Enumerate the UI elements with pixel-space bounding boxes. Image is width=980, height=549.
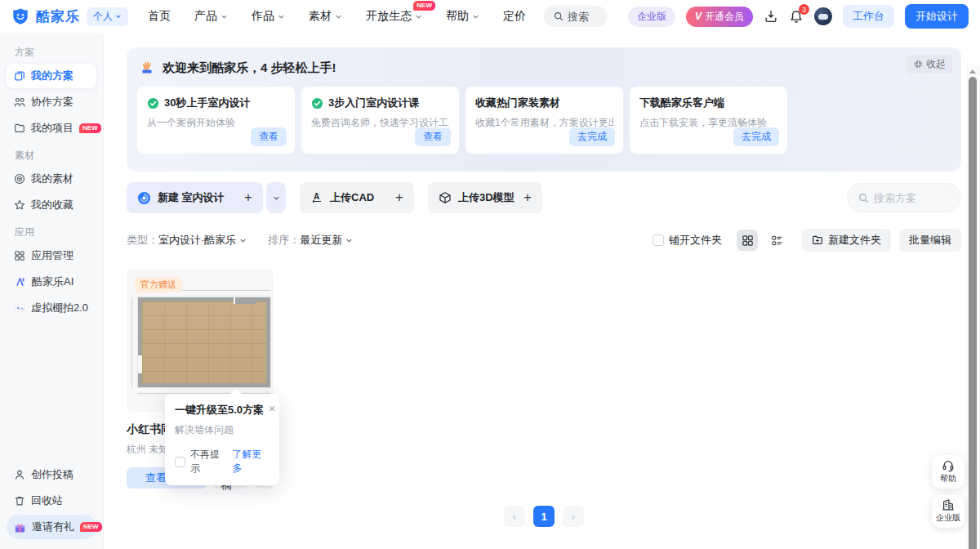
onboarding-card-4: 下载酷家乐客户端 点击下载安装，享更流畅体验 去完成 bbox=[630, 87, 787, 154]
type-filter-dropdown[interactable]: 室内设计·酷家乐 bbox=[158, 233, 247, 248]
help-floating-button[interactable]: 帮助 bbox=[932, 455, 964, 489]
notification-count-badge: 3 bbox=[799, 4, 809, 15]
studio-camera-icon bbox=[14, 302, 25, 314]
check-circle-icon bbox=[147, 97, 159, 109]
close-icon[interactable]: × bbox=[269, 403, 275, 414]
apps-grid-icon bbox=[14, 250, 25, 261]
next-page-button[interactable]: › bbox=[563, 506, 584, 527]
upload-3d-model-button[interactable]: 上传3D模型 + bbox=[428, 182, 542, 213]
headset-icon bbox=[942, 459, 955, 472]
collapse-banner-button[interactable]: 收起 bbox=[907, 55, 952, 74]
learn-more-link[interactable]: 了解更多 bbox=[233, 448, 270, 475]
sidebar-item-invite-gift[interactable]: 邀请有礼 NEW bbox=[7, 515, 96, 539]
plans-grid: 官方赠送 小红书同款 杭州 未知小区 查看详情 bbox=[127, 269, 961, 480]
current-page-button[interactable]: 1 bbox=[533, 506, 555, 527]
gift-icon bbox=[14, 521, 26, 533]
nav-item-pricing[interactable]: 定价 bbox=[503, 9, 526, 24]
enterprise-edition-button[interactable]: 企业版 bbox=[628, 7, 675, 27]
kujiale-logo-icon[interactable] bbox=[11, 7, 29, 25]
new-design-dropdown-button[interactable] bbox=[266, 182, 286, 213]
download-client-button[interactable] bbox=[764, 9, 778, 24]
plus-icon: + bbox=[523, 190, 532, 206]
chevron-down-icon bbox=[239, 237, 247, 244]
global-search[interactable] bbox=[544, 6, 607, 27]
notifications-button[interactable]: 3 bbox=[789, 9, 804, 24]
upload-cad-button[interactable]: A 上传CAD + bbox=[300, 182, 414, 213]
sort-filter-dropdown[interactable]: 最近更新 bbox=[300, 233, 353, 248]
open-membership-button[interactable]: V 开通会员 bbox=[686, 7, 753, 27]
vertical-scrollbar[interactable] bbox=[966, 65, 980, 549]
logo-text[interactable]: 酷家乐 bbox=[36, 7, 80, 26]
nav-item-ecosystem[interactable]: 开放生态 NEW bbox=[366, 9, 422, 24]
tooltip-title: 一键升级至5.0方案 bbox=[175, 403, 264, 417]
batch-edit-button[interactable]: 批量编辑 bbox=[899, 229, 961, 252]
dont-remind-label: 不再提示 bbox=[190, 448, 228, 475]
nav-item-products[interactable]: 产品 bbox=[194, 9, 228, 24]
welcome-banner: 欢迎来到酷家乐，4 步轻松上手! 收起 30秒上手室内设计 从一个案例开始体验 … bbox=[127, 47, 961, 172]
list-view-button[interactable] bbox=[766, 230, 787, 251]
sidebar-item-creator-submit[interactable]: 创作投稿 bbox=[7, 462, 96, 487]
floor-plan-image bbox=[138, 297, 270, 387]
expand-folders-checkbox[interactable] bbox=[653, 234, 664, 246]
material-box-icon bbox=[14, 173, 25, 185]
plan-search[interactable] bbox=[847, 183, 961, 212]
search-input[interactable] bbox=[568, 11, 597, 23]
user-avatar[interactable] bbox=[814, 7, 832, 25]
account-label: 个人 bbox=[93, 10, 113, 24]
cube-icon bbox=[439, 191, 452, 204]
complete-button[interactable]: 去完成 bbox=[569, 127, 615, 146]
nav-item-help[interactable]: 帮助 bbox=[446, 9, 479, 24]
new-badge: NEW bbox=[79, 123, 101, 133]
plan-search-input[interactable] bbox=[874, 192, 947, 204]
sidebar-item-my-projects[interactable]: 我的项目 NEW bbox=[7, 116, 96, 141]
sidebar-item-virtual-studio[interactable]: 虚拟棚拍2.0 bbox=[7, 296, 96, 320]
folder-plus-icon bbox=[812, 234, 823, 246]
chevron-down-icon bbox=[345, 237, 353, 244]
sidebar-item-my-favorites[interactable]: 我的收藏 bbox=[7, 193, 96, 217]
svg-text:A: A bbox=[314, 192, 319, 201]
prev-page-button[interactable]: ‹ bbox=[504, 506, 525, 527]
banner-title: 欢迎来到酷家乐，4 步轻松上手! bbox=[163, 60, 336, 76]
app-window: 酷家乐 个人 首页 产品 作品 素材 开放生态 NEW 帮助 定价 企业版 bbox=[0, 0, 980, 549]
scrollbar-thumb[interactable] bbox=[969, 77, 977, 549]
dont-remind-checkbox[interactable] bbox=[175, 457, 185, 467]
nav-item-home[interactable]: 首页 bbox=[148, 9, 171, 24]
search-icon bbox=[858, 193, 869, 203]
wave-hand-icon bbox=[139, 60, 155, 76]
plan-thumbnail[interactable]: 官方赠送 bbox=[127, 269, 274, 412]
main-nav: 首页 产品 作品 素材 开放生态 NEW 帮助 定价 bbox=[148, 9, 526, 24]
sidebar-item-collab-plans[interactable]: 协作方案 bbox=[7, 90, 96, 114]
view-button[interactable]: 查看 bbox=[251, 127, 287, 146]
plus-icon: + bbox=[244, 190, 252, 206]
view-button[interactable]: 查看 bbox=[415, 127, 451, 146]
dimension-line bbox=[131, 297, 132, 387]
account-switcher[interactable]: 个人 bbox=[87, 7, 128, 26]
grid-view-button[interactable] bbox=[737, 230, 758, 251]
new-interior-design-button[interactable]: 新建 室内设计 + bbox=[127, 182, 263, 213]
chevron-down-icon bbox=[335, 13, 342, 20]
plan-card: 官方赠送 小红书同款 杭州 未知小区 查看详情 bbox=[127, 269, 274, 489]
cad-icon: A bbox=[310, 191, 323, 204]
expand-folders-toggle[interactable]: 铺开文件夹 bbox=[653, 233, 722, 248]
list-view-icon bbox=[771, 234, 783, 247]
nav-item-works[interactable]: 作品 bbox=[252, 9, 285, 24]
scroll-up-arrow[interactable] bbox=[969, 69, 976, 74]
top-navbar: 酷家乐 个人 首页 产品 作品 素材 开放生态 NEW 帮助 定价 企业版 bbox=[0, 0, 980, 33]
vip-icon: V bbox=[695, 11, 702, 22]
complete-button[interactable]: 去完成 bbox=[733, 127, 779, 146]
sidebar-item-kujiale-ai[interactable]: 酷家乐AI bbox=[7, 270, 96, 294]
enterprise-floating-button[interactable]: 企业版 bbox=[932, 494, 964, 528]
caret-down-icon bbox=[273, 194, 280, 202]
sidebar-item-my-plans[interactable]: 我的方案 bbox=[7, 64, 96, 88]
onboarding-card-1: 30秒上手室内设计 从一个案例开始体验 查看 bbox=[137, 87, 295, 154]
workspace-button[interactable]: 工作台 bbox=[843, 5, 894, 28]
nav-item-materials[interactable]: 素材 bbox=[309, 9, 342, 24]
sidebar-item-app-management[interactable]: 应用管理 bbox=[7, 243, 96, 268]
pagination: ‹ 1 › bbox=[127, 506, 961, 527]
sidebar-item-my-materials[interactable]: 我的素材 bbox=[7, 167, 96, 191]
official-gift-badge: 官方赠送 bbox=[135, 277, 182, 292]
new-folder-button[interactable]: 新建文件夹 bbox=[802, 229, 891, 252]
start-design-button[interactable]: 开始设计 bbox=[905, 4, 969, 29]
sidebar-item-recycle-bin[interactable]: 回收站 bbox=[7, 489, 96, 513]
chevron-down-icon bbox=[220, 13, 228, 20]
